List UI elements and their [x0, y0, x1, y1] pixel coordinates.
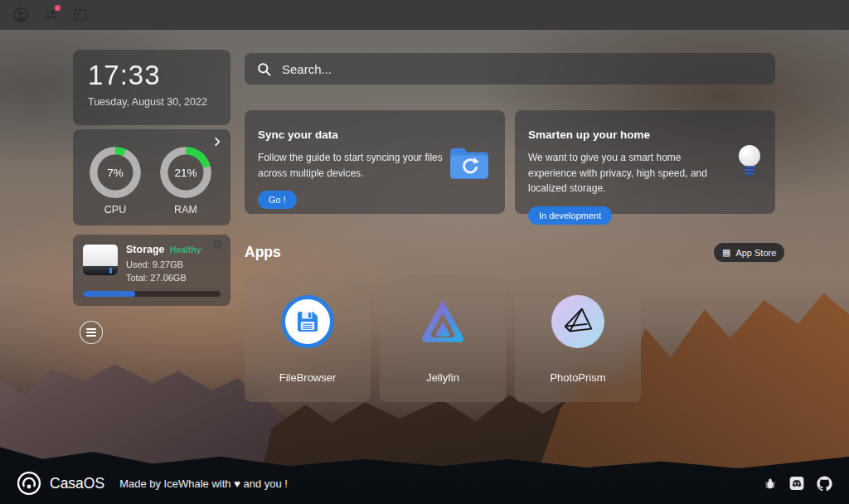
photoprism-icon [551, 295, 604, 348]
app-label: PhotoPrism [515, 371, 641, 384]
search-icon [256, 61, 272, 77]
ram-gauge: 21% [160, 147, 211, 198]
casaos-brand: CasaOS [17, 471, 104, 496]
search-input[interactable]: Search... [245, 53, 775, 85]
storage-progress-bar [83, 291, 221, 297]
casaos-logo [17, 471, 41, 496]
clock-date: Tuesday, August 30, 2022 [88, 96, 216, 108]
app-label: Jellyfin [380, 371, 506, 384]
discord-icon[interactable] [788, 475, 805, 492]
cpu-gauge-label: CPU [90, 204, 141, 216]
terminal-icon[interactable] [71, 6, 90, 24]
apps-section-title: Apps [245, 244, 281, 261]
filebrowser-icon [281, 295, 334, 348]
footer-tagline: Made by IceWhale with ♥ and you ! [119, 477, 288, 490]
storage-progress-fill [83, 291, 135, 297]
sync-data-card: Sync your data Follow the guide to start… [245, 110, 505, 214]
storage-used: Used: 9.27GB [126, 259, 183, 269]
footer: CasaOS Made by IceWhale with ♥ and you ! [0, 463, 849, 504]
ram-gauge-value: 21% [160, 147, 211, 198]
gear-icon[interactable]: ⚙ [213, 238, 224, 250]
card-title: Smarten up your home [528, 128, 762, 141]
card-body: Follow the guide to start syncing your f… [258, 150, 450, 181]
storage-status-badge: Healthy [170, 245, 201, 254]
top-bar [0, 0, 849, 30]
chevron-right-icon[interactable] [211, 136, 223, 148]
bug-icon[interactable] [764, 477, 777, 490]
settings-sliders-icon[interactable] [41, 6, 60, 24]
sync-folder-icon [449, 145, 490, 183]
search-placeholder: Search... [282, 62, 332, 76]
app-store-button[interactable]: ▦ App Store [714, 243, 784, 262]
clock-time: 17:33 [88, 60, 216, 91]
storage-widget: Storage Healthy Used: 9.27GB Total: 27.0… [73, 235, 230, 306]
lightbulb-icon [739, 145, 760, 180]
storage-drive-icon [83, 245, 118, 275]
jellyfin-icon [416, 295, 469, 348]
cpu-gauge: 7% [90, 147, 141, 198]
app-label: FileBrowser [245, 371, 371, 384]
apps-grid-icon: ▦ [722, 248, 730, 257]
user-icon[interactable] [12, 6, 30, 24]
menu-icon [86, 332, 96, 333]
card-body: We want to give you a smart home experie… [528, 150, 720, 196]
storage-total: Total: 27.06GB [126, 273, 187, 283]
menu-button[interactable] [80, 321, 103, 344]
app-tile-jellyfin[interactable]: Jellyfin [380, 274, 506, 402]
smart-home-card: Smarten up your home We want to give you… [515, 110, 775, 214]
notification-dot [55, 5, 61, 11]
ram-gauge-label: RAM [160, 204, 211, 216]
card-title: Sync your data [258, 128, 492, 141]
github-icon[interactable] [817, 476, 832, 492]
app-tile-photoprism[interactable]: PhotoPrism [515, 274, 641, 402]
go-button[interactable]: Go ! [258, 191, 297, 209]
app-store-label: App Store [735, 248, 776, 258]
brand-name: CasaOS [50, 475, 104, 492]
clock-widget: 17:33 Tuesday, August 30, 2022 [73, 50, 230, 125]
cpu-gauge-value: 7% [90, 147, 141, 198]
in-development-button[interactable]: In development [528, 206, 612, 225]
app-tile-filebrowser[interactable]: FileBrowser [245, 274, 371, 402]
system-stats-widget: 7% 21% CPU RAM [73, 129, 230, 225]
storage-title: Storage [126, 244, 165, 255]
